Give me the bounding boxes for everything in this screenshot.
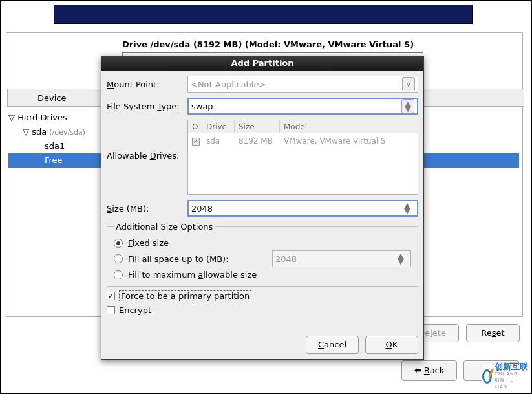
radio-icon (114, 270, 123, 279)
add-partition-dialog: Add Partition Mount Point: <Not Applicab… (101, 56, 424, 360)
allowable-drives-label: Allowable Drives: (107, 120, 187, 160)
chevron-down-icon: ▽ (23, 125, 29, 139)
checkbox-icon: ✓ (107, 292, 115, 300)
reset-button[interactable]: Reset (466, 324, 520, 342)
checkbox-icon (107, 306, 115, 314)
cancel-button[interactable]: Cancel (306, 336, 359, 354)
spinner-buttons[interactable]: ▲▼ (404, 203, 414, 213)
mount-point-combobox[interactable]: <Not Applicable> v (187, 76, 418, 93)
dropdown-icon[interactable]: ▲▼ (401, 99, 414, 113)
allowable-drives-list[interactable]: O Drive Size Model ✓ sda 8192 MB VMware,… (187, 120, 418, 195)
radio-fill-up-to[interactable]: Fill all space up to (MB): ▲▼ (114, 250, 411, 267)
fill-upto-spinner: ▲▼ (272, 250, 411, 267)
radio-icon (114, 254, 123, 263)
size-label: Size (MB): (107, 204, 187, 213)
radio-fixed-size[interactable]: Fixed size (114, 238, 411, 248)
size-spinner[interactable]: ▲▼ (187, 200, 418, 217)
mount-point-value: <Not Applicable> (191, 80, 399, 89)
logo-icon (482, 369, 492, 384)
radio-icon (114, 239, 123, 248)
watermark-logo: 创新互联CHUANG XIN HU LIAN (482, 365, 529, 388)
force-primary-checkbox[interactable]: ✓ Force to be a primary partition (107, 290, 418, 301)
drive-summary: Drive /dev/sda (8192 MB) (Model: VMware,… (122, 39, 414, 49)
back-button[interactable]: ⬅ Back (401, 360, 457, 381)
additional-size-legend: Additional Size Options (114, 222, 215, 232)
mount-point-label: Mount Point: (107, 80, 187, 89)
arrow-left-icon: ⬅ (414, 366, 421, 375)
fill-upto-input (275, 254, 398, 264)
fs-type-value: swap (191, 102, 399, 111)
additional-size-options: Additional Size Options Fixed size Fill … (107, 222, 418, 287)
installer-banner (54, 5, 473, 24)
drives-column-headers: O Drive Size Model (188, 120, 418, 133)
encrypt-checkbox[interactable]: Encrypt (107, 305, 418, 315)
chevron-down-icon[interactable]: v (402, 77, 415, 91)
radio-fill-max[interactable]: Fill to maximum allowable size (114, 270, 411, 279)
fs-type-label: File System Type: (107, 102, 187, 111)
fs-type-combobox[interactable]: swap ▲▼ (187, 98, 418, 115)
drive-row-sda[interactable]: ✓ sda 8192 MB VMware, VMware Virtual S (188, 133, 418, 149)
chevron-down-icon: ▽ (8, 111, 15, 125)
drive-checkbox[interactable]: ✓ (192, 138, 200, 146)
size-input[interactable] (191, 204, 404, 213)
ok-button[interactable]: OK (365, 336, 418, 354)
device-column-label: Device (37, 89, 66, 107)
dialog-title: Add Partition (101, 56, 423, 71)
